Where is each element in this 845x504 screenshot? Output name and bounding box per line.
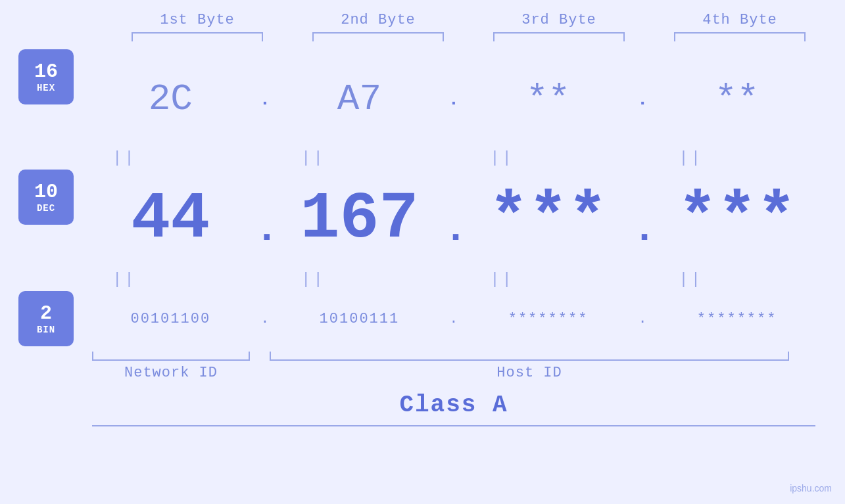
watermark: ipshu.com	[790, 483, 832, 493]
dec-badge: 10 DEC	[18, 170, 74, 225]
hex-sep3: .	[633, 89, 652, 110]
eq1-b2: ||	[241, 149, 385, 167]
equals-row-2: || || || ||	[46, 271, 845, 288]
dec-byte2: 167	[300, 182, 418, 256]
bracket-host	[270, 352, 789, 361]
hex-badge: 16 HEX	[18, 49, 74, 104]
dec-values: 44 . 167 . *** . ***	[92, 187, 815, 252]
bin-section: 2 BIN 00101100 . 10100111 . ******** . *…	[0, 291, 845, 346]
hex-values: 2C . A7 . ** . **	[92, 78, 815, 120]
bin-badge: 2 BIN	[18, 291, 74, 346]
bin-sep3: .	[633, 311, 652, 327]
dec-byte3: ***	[489, 182, 608, 256]
id-labels-row: Network ID Host ID	[0, 365, 845, 381]
equals-row-1: || || || ||	[46, 149, 845, 167]
bin-byte4: ********	[697, 311, 777, 327]
hex-byte4: **	[715, 78, 759, 120]
eq2-b4: ||	[619, 271, 763, 288]
dec-byte1: 44	[131, 182, 210, 256]
top-brackets	[107, 32, 831, 41]
bin-byte2: 10100111	[320, 311, 400, 327]
eq1-b3: ||	[430, 149, 575, 167]
eq2-b3: ||	[430, 271, 575, 288]
host-id-label: Host ID	[270, 365, 789, 381]
eq1-b1: ||	[52, 149, 197, 167]
byte2-header: 2nd Byte	[306, 12, 450, 28]
bracket-byte1	[132, 32, 263, 41]
class-section: Class A	[0, 392, 845, 426]
bracket-byte3	[493, 32, 625, 41]
dec-sep3: .	[633, 187, 652, 252]
dec-sep1: .	[255, 187, 275, 252]
byte4-header: 4th Byte	[667, 12, 812, 28]
class-label: Class A	[399, 392, 508, 419]
eq1-b4: ||	[619, 149, 763, 167]
hex-sep1: .	[255, 89, 275, 110]
dec-byte4: ***	[678, 182, 796, 256]
dec-sep2: .	[444, 187, 464, 252]
bracket-network	[92, 352, 250, 361]
byte-headers-row: 1st Byte 2nd Byte 3rd Byte 4th Byte	[107, 12, 831, 28]
bin-values: 00101100 . 10100111 . ******** . *******…	[92, 311, 815, 327]
dec-section: 10 DEC 44 . 167 . *** . ***	[0, 170, 845, 269]
bin-sep1: .	[255, 311, 275, 327]
eq2-b2: ||	[241, 271, 385, 288]
byte1-header: 1st Byte	[125, 12, 270, 28]
byte3-header: 3rd Byte	[487, 12, 631, 28]
eq2-b1: ||	[52, 271, 197, 288]
bin-sep2: .	[444, 311, 464, 327]
bracket-byte2	[312, 32, 444, 41]
hex-section: 16 HEX 2C . A7 . ** . **	[0, 49, 845, 149]
hex-byte1: 2C	[149, 78, 193, 120]
bin-byte1: 00101100	[130, 311, 210, 327]
hex-sep2: .	[444, 89, 464, 110]
bracket-byte4	[674, 32, 806, 41]
hex-byte2: A7	[337, 78, 381, 120]
bin-byte3: ********	[508, 311, 589, 327]
bottom-brackets-section	[0, 352, 845, 361]
network-id-label: Network ID	[92, 365, 250, 381]
main-container: 1st Byte 2nd Byte 3rd Byte 4th Byte 16 H…	[0, 0, 845, 504]
hex-byte3: **	[526, 78, 570, 120]
